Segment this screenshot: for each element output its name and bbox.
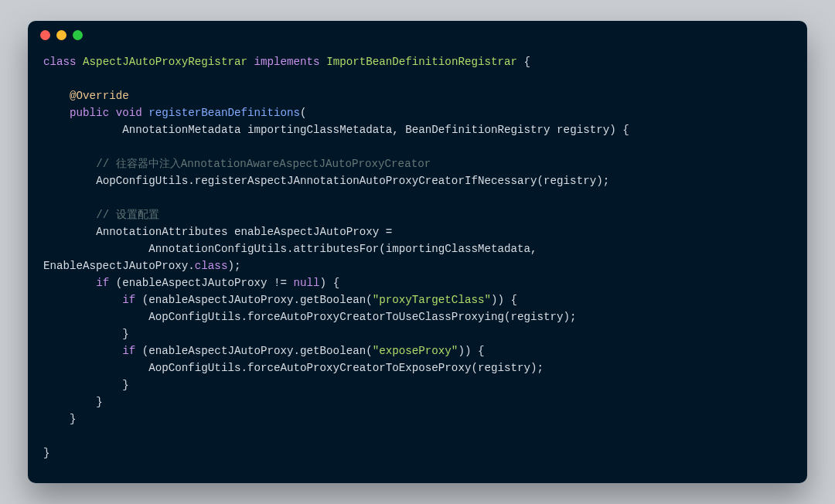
param-type: AnnotationMetadata <box>122 124 240 136</box>
annotation-override: @Override <box>70 90 129 102</box>
keyword-null: null <box>294 277 320 289</box>
close-icon[interactable] <box>40 30 50 40</box>
method-name: registerBeanDefinitions <box>148 107 300 119</box>
window-titlebar <box>28 21 807 49</box>
type-name: AspectJAutoProxyRegistrar <box>83 56 247 68</box>
code-line: AnnotationConfigUtils.attributesFor(impo… <box>148 243 544 255</box>
keyword-implements: implements <box>254 56 319 68</box>
code-block: class AspectJAutoProxyRegistrar implemen… <box>28 49 807 461</box>
code-window: class AspectJAutoProxyRegistrar implemen… <box>28 21 807 483</box>
code-line: AnnotationAttributes enableAspectJAutoPr… <box>96 226 392 238</box>
param-type: BeanDefinitionRegistry <box>405 124 550 136</box>
keyword-if: if <box>122 294 135 306</box>
string-literal: "exposeProxy" <box>373 345 458 357</box>
keyword-class: class <box>195 260 228 272</box>
keyword-void: void <box>116 107 142 119</box>
minimize-icon[interactable] <box>56 30 66 40</box>
string-literal: "proxyTargetClass" <box>373 294 491 306</box>
code-line: AopConfigUtils.registerAspectJAnnotation… <box>96 175 609 187</box>
comment: // 设置配置 <box>96 209 159 221</box>
keyword-if: if <box>96 277 109 289</box>
keyword-public: public <box>70 107 109 119</box>
code-line: AopConfigUtils.forceAutoProxyCreatorToUs… <box>148 311 576 323</box>
comment: // 往容器中注入AnnotationAwareAspectJAutoProxy… <box>96 158 431 170</box>
keyword-class: class <box>43 56 77 68</box>
keyword-if: if <box>122 345 135 357</box>
code-line: AopConfigUtils.forceAutoProxyCreatorToEx… <box>148 362 544 374</box>
type-name: ImportBeanDefinitionRegistrar <box>326 56 517 68</box>
maximize-icon[interactable] <box>73 30 83 40</box>
